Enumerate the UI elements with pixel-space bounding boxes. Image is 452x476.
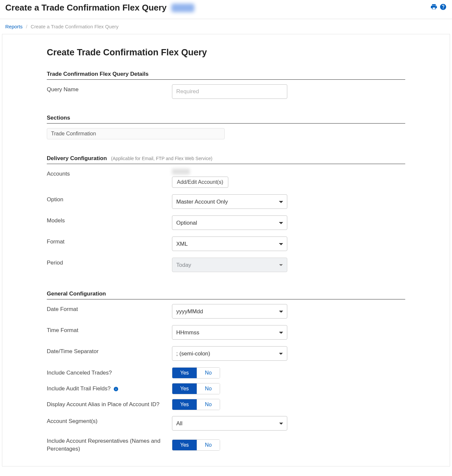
row-accounts: Accounts Add/Edit Account(s) [47, 169, 405, 188]
row-canceled: Include Canceled Trades? Yes No [47, 367, 405, 378]
select-date-format[interactable]: yyyyMMdd [172, 304, 287, 319]
delivery-heading-text: Delivery Configuration [47, 155, 107, 161]
toggle-alias-yes[interactable]: Yes [172, 399, 197, 410]
info-icon[interactable] [113, 386, 119, 392]
row-models: Models Optional [47, 215, 405, 230]
label-format: Format [47, 237, 172, 245]
header-bar: Create a Trade Confirmation Flex Query [0, 0, 452, 19]
section-details-header: Trade Confirmation Flex Query Details [47, 71, 405, 80]
label-date-format: Date Format [47, 304, 172, 313]
toggle-alias: Yes No [172, 399, 220, 410]
page-title: Create a Trade Confirmation Flex Query [5, 3, 167, 13]
row-segments: Account Segment(s) All [47, 416, 405, 431]
select-models[interactable]: Optional [172, 215, 287, 230]
add-edit-accounts-button[interactable]: Add/Edit Account(s) [172, 177, 228, 188]
section-delivery-header: Delivery Configuration (Applicable for E… [47, 155, 405, 164]
label-reps: Include Account Representatives (Names a… [47, 437, 172, 453]
row-period: Period Today [47, 258, 405, 272]
row-date-format: Date Format yyyyMMdd [47, 304, 405, 319]
row-audit: Include Audit Trail Fields? Yes No [47, 383, 405, 394]
help-icon[interactable] [439, 3, 447, 12]
row-option: Option Master Account Only [47, 194, 405, 209]
print-icon[interactable] [430, 3, 438, 12]
toggle-reps-no[interactable]: No [197, 440, 219, 450]
input-query-name[interactable] [172, 84, 287, 99]
label-alias: Display Account Alias in Place of Accoun… [47, 401, 172, 408]
breadcrumb: Reports / Create a Trade Confirmation Fl… [0, 19, 452, 34]
section-general-header: General Configuration [47, 291, 405, 299]
toggle-audit: Yes No [172, 383, 220, 394]
toggle-alias-no[interactable]: No [197, 399, 219, 410]
select-segments[interactable]: All [172, 416, 287, 431]
breadcrumb-current: Create a Trade Confirmation Flex Query [31, 24, 119, 29]
header-left: Create a Trade Confirmation Flex Query [5, 3, 194, 13]
select-period: Today [172, 258, 287, 272]
select-separator[interactable]: ; (semi-colon) [172, 346, 287, 361]
form-title: Create Trade Confirmation Flex Query [47, 47, 405, 58]
toggle-canceled-no[interactable]: No [197, 368, 219, 378]
toggle-reps: Yes No [172, 439, 220, 451]
label-canceled: Include Canceled Trades? [47, 370, 172, 376]
toggle-canceled: Yes No [172, 367, 220, 378]
label-query-name: Query Name [47, 84, 172, 93]
header-actions [430, 3, 447, 12]
select-time-format[interactable]: HHmmss [172, 325, 287, 340]
label-time-format: Time Format [47, 325, 172, 334]
row-format: Format XML [47, 237, 405, 251]
label-audit: Include Audit Trail Fields? [47, 385, 172, 392]
row-query-name: Query Name [47, 84, 405, 99]
toggle-audit-yes[interactable]: Yes [172, 383, 197, 394]
label-models: Models [47, 215, 172, 224]
select-option[interactable]: Master Account Only [172, 194, 287, 209]
row-separator: Date/Time Separator ; (semi-colon) [47, 346, 405, 361]
label-audit-text: Include Audit Trail Fields? [47, 385, 111, 392]
label-separator: Date/Time Separator [47, 346, 172, 355]
label-period: Period [47, 258, 172, 266]
label-segments: Account Segment(s) [47, 416, 172, 425]
account-value-blur [172, 169, 190, 175]
toggle-audit-no[interactable]: No [197, 383, 219, 394]
select-format[interactable]: XML [172, 237, 287, 251]
form-card: Create Trade Confirmation Flex Query Tra… [2, 34, 450, 466]
breadcrumb-root[interactable]: Reports [5, 24, 23, 29]
toggle-canceled-yes[interactable]: Yes [172, 368, 197, 378]
row-alias: Display Account Alias in Place of Accoun… [47, 399, 405, 410]
row-reps: Include Account Representatives (Names a… [47, 437, 405, 453]
delivery-hint: (Applicable for Email, FTP and Flex Web … [111, 156, 212, 161]
section-sections-header: Sections [47, 115, 405, 124]
row-time-format: Time Format HHmmss [47, 325, 405, 340]
label-option: Option [47, 194, 172, 203]
label-accounts: Accounts [47, 169, 172, 177]
breadcrumb-sep: / [26, 24, 27, 29]
input-sections[interactable] [47, 128, 225, 139]
toggle-reps-yes[interactable]: Yes [172, 440, 197, 450]
account-badge-blur [171, 4, 194, 12]
